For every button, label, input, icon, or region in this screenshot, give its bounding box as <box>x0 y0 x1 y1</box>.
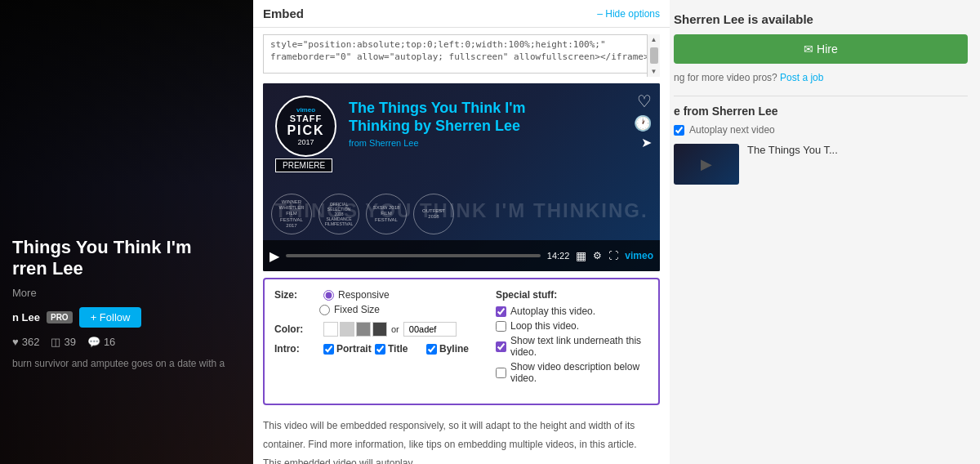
scroll-up-arrow: ▲ <box>651 36 657 43</box>
responsive-radio[interactable] <box>323 290 334 301</box>
autoplay-option: Autoplay this video. <box>496 306 648 317</box>
embed-code-area: ▲ ▼ <box>263 34 660 77</box>
color-swatch-gray1[interactable] <box>340 322 354 337</box>
video-main-title: The Things You Think I'mThinking by Sher… <box>349 100 623 135</box>
staff-pick-badge: vimeo STAFF PICK 2017 <box>275 96 336 157</box>
byline-option: Byline <box>426 343 471 355</box>
show-text-link-option: Show text link underneath this video. <box>496 335 648 358</box>
vimeo-logo: vimeo <box>625 250 653 261</box>
settings-icon[interactable]: ⚙ <box>593 250 602 261</box>
embed-header: Embed – Hide options <box>253 0 670 28</box>
pro-badge: PRO <box>47 311 73 323</box>
sherren-available-text: Sherren Lee is available <box>674 12 968 26</box>
scroll-thumb <box>650 47 658 64</box>
award-whistler: WINNERWHISTLERFILMFESTIVAL2017 <box>271 194 312 234</box>
post-job-text: ng for more video pros? Post a job <box>674 72 968 83</box>
info-text-area: This video will be embedded responsively… <box>253 412 670 464</box>
title-option: Title <box>375 343 420 355</box>
award-outfest: OUTFEST2018 <box>413 194 454 234</box>
fixed-size-option: Fixed Size <box>319 304 471 315</box>
loop-option: Loop this video. <box>496 320 648 332</box>
award-slamdance: OFFICIALSELECTION2018 SLAMDANCEFILMFESTI… <box>318 194 359 234</box>
byline-checkbox[interactable] <box>426 344 437 355</box>
responsive-option: Size: Responsive <box>274 289 471 301</box>
more-from-title: e from Sherren Lee <box>674 105 968 118</box>
options-row: Size: Responsive Fixed Size Color: <box>274 289 648 387</box>
time-display: 14:22 <box>547 251 570 261</box>
description-preview: burn survivor and amputee goes on a date… <box>12 358 241 369</box>
hide-options-link[interactable]: – Hide options <box>597 8 660 20</box>
fullscreen-icon[interactable]: ⛶ <box>608 250 618 261</box>
right-sidebar: Sherren Lee is available ✉ Hire ng for m… <box>662 0 980 464</box>
autoplay-video-checkbox[interactable] <box>496 306 506 317</box>
volume-icon[interactable]: ▦ <box>576 249 586 262</box>
video-title-overlay: The Things You Think I'mThinking by Sher… <box>349 100 623 148</box>
responsive-label: Responsive <box>338 289 390 301</box>
special-stuff-title: Special stuff: <box>496 289 648 301</box>
color-label: Color: <box>274 323 319 335</box>
intro-label: Intro: <box>274 343 319 355</box>
heart-button[interactable]: ♡ <box>637 91 652 111</box>
scroll-down-arrow: ▼ <box>651 68 657 75</box>
award-sxsw: SXSW 2018FILMFESTIVAL <box>366 194 407 234</box>
size-option-group: Size: Responsive Fixed Size <box>274 289 471 315</box>
intro-checkboxes: Portrait Title Byline <box>323 343 471 355</box>
autoplay-row: Autoplay next video <box>674 124 968 136</box>
next-video-title: The Things You T... <box>747 144 838 156</box>
loop-checkbox[interactable] <box>496 321 506 332</box>
likes-stat: ♥ 362 <box>12 336 39 348</box>
portrait-checkbox[interactable] <box>323 344 334 355</box>
next-video-thumbnail: ▶ <box>674 144 739 185</box>
layers-icon: ◫ <box>51 336 60 348</box>
options-left: Size: Responsive Fixed Size Color: <box>274 289 471 387</box>
comment-icon: 💬 <box>87 336 100 348</box>
follow-button[interactable]: + Follow <box>79 307 142 328</box>
video-title-left: Things You Think I'm rren Lee <box>12 237 241 280</box>
show-description-checkbox[interactable] <box>496 368 506 378</box>
video-controls: ▶ 14:22 ▦ ⚙ ⛶ vimeo <box>263 240 660 271</box>
next-video-item[interactable]: ▶ The Things You T... <box>674 144 968 185</box>
share-button[interactable]: ➤ <box>641 135 652 150</box>
title-checkbox[interactable] <box>375 344 385 355</box>
info-text-3: This embedded video will autoplay. <box>263 456 660 464</box>
intro-row: Intro: Portrait Title <box>274 343 471 355</box>
main-panel: Embed – Hide options ▲ ▼ vimeo STAFF PIC… <box>253 0 670 464</box>
author-name: n Lee <box>12 311 40 323</box>
heart-icon: ♥ <box>12 336 19 348</box>
embed-code-textarea[interactable] <box>263 34 660 74</box>
post-job-link[interactable]: Post a job <box>780 72 823 83</box>
fixed-size-label: Fixed Size <box>334 304 380 315</box>
show-description-option: Show video description below video. <box>496 361 648 384</box>
author-link[interactable]: Sherren Lee <box>369 138 419 148</box>
embed-title: Embed <box>263 7 304 20</box>
size-label: Size: <box>274 289 319 301</box>
color-or-label: or <box>391 324 399 334</box>
intro-option-group: Intro: Portrait Title <box>274 343 471 355</box>
stats-row: ♥ 362 ◫ 39 💬 16 <box>12 336 241 348</box>
portrait-option: Portrait <box>323 343 368 355</box>
more-link[interactable]: More <box>12 287 241 299</box>
color-swatches: or <box>323 322 457 337</box>
watch-later-button[interactable]: 🕐 <box>634 114 652 132</box>
color-hex-input[interactable] <box>403 322 457 337</box>
color-row: Color: or <box>274 322 471 337</box>
info-text-2: container. Find more information, like t… <box>263 437 660 453</box>
color-swatch-white[interactable] <box>323 322 338 337</box>
options-panel: Size: Responsive Fixed Size Color: <box>263 278 660 405</box>
color-swatch-dark[interactable] <box>372 322 387 337</box>
scrollbar[interactable]: ▲ ▼ <box>647 34 660 77</box>
video-preview: vimeo STAFF PICK 2017 PREMIERE The Thing… <box>263 83 660 271</box>
hire-button[interactable]: ✉ Hire <box>674 34 968 64</box>
color-swatch-gray2[interactable] <box>356 322 371 337</box>
show-text-link-checkbox[interactable] <box>496 341 506 352</box>
author-row: n Lee PRO + Follow <box>12 307 241 328</box>
color-option-group: Color: or <box>274 322 471 337</box>
video-from: from Sherren Lee <box>349 138 623 148</box>
progress-bar[interactable] <box>286 254 541 257</box>
fixed-size-radio[interactable] <box>319 305 330 315</box>
comments-stat: 💬 16 <box>87 336 115 348</box>
stacks-stat: ◫ 39 <box>51 336 75 348</box>
play-button[interactable]: ▶ <box>270 248 279 264</box>
hire-section: Sherren Lee is available ✉ Hire ng for m… <box>674 12 968 83</box>
autoplay-checkbox[interactable] <box>674 125 684 136</box>
